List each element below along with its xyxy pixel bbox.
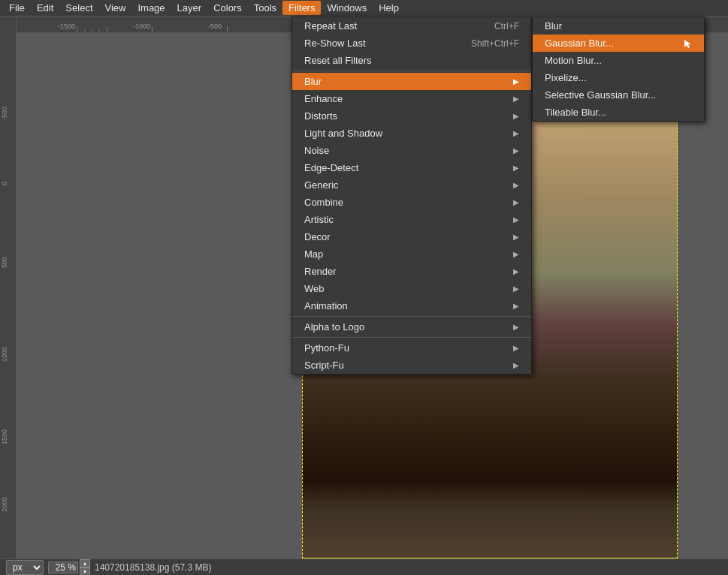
reshow-last-item[interactable]: Re-Show Last Shift+Ctrl+F [292, 35, 531, 52]
edge-detect-item[interactable]: Edge-Detect ▶ [292, 159, 531, 176]
statusbar: px in cm mm ▲ ▼ 140720185138.jpg (57.3 M… [0, 558, 728, 575]
blur-simple-item[interactable]: Blur [533, 17, 704, 35]
map-item[interactable]: Map ▶ [292, 245, 531, 263]
artistic-arrow-icon: ▶ [513, 215, 519, 224]
separator-2 [292, 316, 531, 317]
noise-arrow-icon: ▶ [513, 146, 519, 155]
zoom-spinner: ▲ ▼ [80, 559, 90, 576]
blur-submenu: Blur Gaussian Blur... Motion Blur... Pix… [532, 17, 705, 122]
zoom-up-button[interactable]: ▲ [80, 559, 90, 567]
menu-help[interactable]: Help [373, 1, 405, 15]
separator-3 [292, 337, 531, 338]
generic-arrow-icon: ▶ [513, 181, 519, 189]
unit-selector[interactable]: px in cm mm [6, 560, 44, 575]
pixelize-item[interactable]: Pixelize... [533, 69, 704, 86]
decor-item[interactable]: Decor ▶ [292, 228, 531, 245]
motion-blur-item[interactable]: Motion Blur... [533, 52, 704, 69]
combine-arrow-icon: ▶ [513, 198, 519, 206]
alpha-to-logo-item[interactable]: Alpha to Logo ▶ [292, 318, 531, 336]
zoom-input[interactable] [48, 561, 78, 573]
enhance-arrow-icon: ▶ [513, 95, 519, 103]
blur-item[interactable]: Blur ▶ [292, 73, 531, 90]
blur-arrow-icon: ▶ [513, 77, 519, 86]
separator-1 [292, 71, 531, 71]
edge-detect-arrow-icon: ▶ [513, 164, 519, 172]
web-arrow-icon: ▶ [513, 284, 519, 293]
animation-item[interactable]: Animation ▶ [292, 297, 531, 315]
repeat-last-item[interactable]: Repeat Last Ctrl+F [292, 17, 531, 35]
web-item[interactable]: Web ▶ [292, 280, 531, 297]
alpha-logo-arrow-icon: ▶ [513, 323, 519, 331]
distorts-arrow-icon: ▶ [513, 112, 519, 120]
render-arrow-icon: ▶ [513, 267, 519, 275]
script-fu-item[interactable]: Script-Fu ▶ [292, 357, 531, 374]
python-fu-item[interactable]: Python-Fu ▶ [292, 339, 531, 357]
light-shadow-arrow-icon: ▶ [513, 129, 519, 137]
script-fu-arrow-icon: ▶ [513, 361, 519, 369]
menu-select[interactable]: Select [59, 1, 98, 15]
tileable-blur-item[interactable]: Tileable Blur... [533, 104, 704, 121]
gaussian-blur-item[interactable]: Gaussian Blur... [533, 35, 704, 52]
render-item[interactable]: Render ▶ [292, 263, 531, 280]
selective-gaussian-blur-item[interactable]: Selective Gaussian Blur... [533, 86, 704, 104]
enhance-item[interactable]: Enhance ▶ [292, 90, 531, 107]
menu-windows[interactable]: Windows [321, 1, 373, 15]
light-and-shadow-item[interactable]: Light and Shadow ▶ [292, 125, 531, 142]
artistic-item[interactable]: Artistic ▶ [292, 211, 531, 228]
menubar: File Edit Select View Image Layer Colors… [0, 0, 728, 17]
filters-menu: Repeat Last Ctrl+F Re-Show Last Shift+Ct… [292, 17, 532, 375]
menu-image[interactable]: Image [131, 1, 171, 15]
zoom-control: ▲ ▼ [48, 559, 90, 576]
menu-view[interactable]: View [99, 1, 132, 15]
distorts-item[interactable]: Distorts ▶ [292, 107, 531, 125]
menu-edit[interactable]: Edit [31, 1, 59, 15]
animation-arrow-icon: ▶ [513, 302, 519, 310]
filename-label: 140720185138.jpg (57.3 MB) [95, 562, 211, 573]
python-fu-arrow-icon: ▶ [513, 344, 519, 352]
menu-colors[interactable]: Colors [207, 1, 248, 15]
noise-item[interactable]: Noise ▶ [292, 142, 531, 159]
reset-all-filters-item[interactable]: Reset all Filters [292, 52, 531, 69]
zoom-down-button[interactable]: ▼ [80, 567, 90, 576]
menu-file[interactable]: File [3, 1, 31, 15]
menu-tools[interactable]: Tools [248, 1, 282, 15]
decor-arrow-icon: ▶ [513, 233, 519, 241]
menu-layer[interactable]: Layer [171, 1, 208, 15]
generic-item[interactable]: Generic ▶ [292, 176, 531, 194]
menu-filters[interactable]: Filters [282, 1, 321, 15]
ruler-vertical: -500 0 500 1000 1500 2000 [0, 17, 17, 558]
combine-item[interactable]: Combine ▶ [292, 194, 531, 211]
map-arrow-icon: ▶ [513, 250, 519, 258]
cursor-icon [683, 39, 692, 48]
